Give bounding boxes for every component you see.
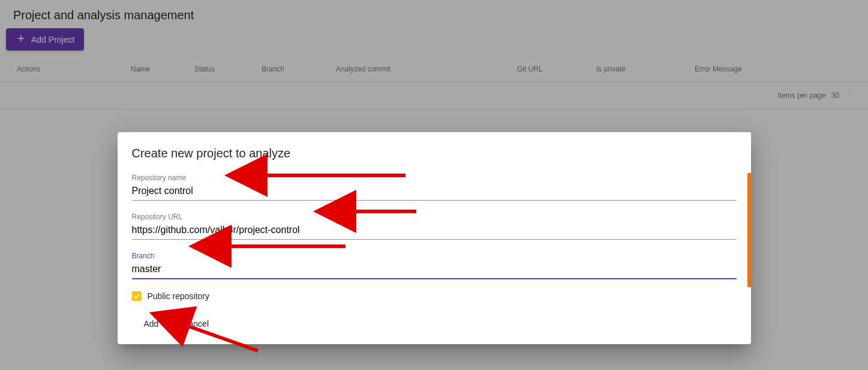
add-button[interactable]: Add <box>142 315 161 332</box>
repo-name-field: Repository name <box>132 174 737 201</box>
public-repo-checkbox[interactable] <box>132 291 142 301</box>
repo-name-input[interactable] <box>132 183 737 201</box>
create-project-dialog: Create new project to analyze Repository… <box>118 132 751 344</box>
repo-url-field: Repository URL <box>132 213 737 240</box>
repo-url-label: Repository URL <box>132 213 737 221</box>
dialog-actions: Add Cancel <box>132 315 737 332</box>
modal-overlay: Create new project to analyze Repository… <box>0 0 868 370</box>
repo-name-label: Repository name <box>132 174 737 182</box>
branch-label: Branch <box>132 252 737 260</box>
dialog-accent-bar <box>747 173 751 287</box>
cancel-button[interactable]: Cancel <box>180 315 211 332</box>
dialog-title: Create new project to analyze <box>132 147 737 160</box>
public-repo-row: Public repository <box>132 291 737 301</box>
branch-field: Branch <box>132 252 737 279</box>
public-repo-label: Public repository <box>148 291 210 301</box>
repo-url-input[interactable] <box>132 222 737 240</box>
branch-input[interactable] <box>132 261 737 279</box>
